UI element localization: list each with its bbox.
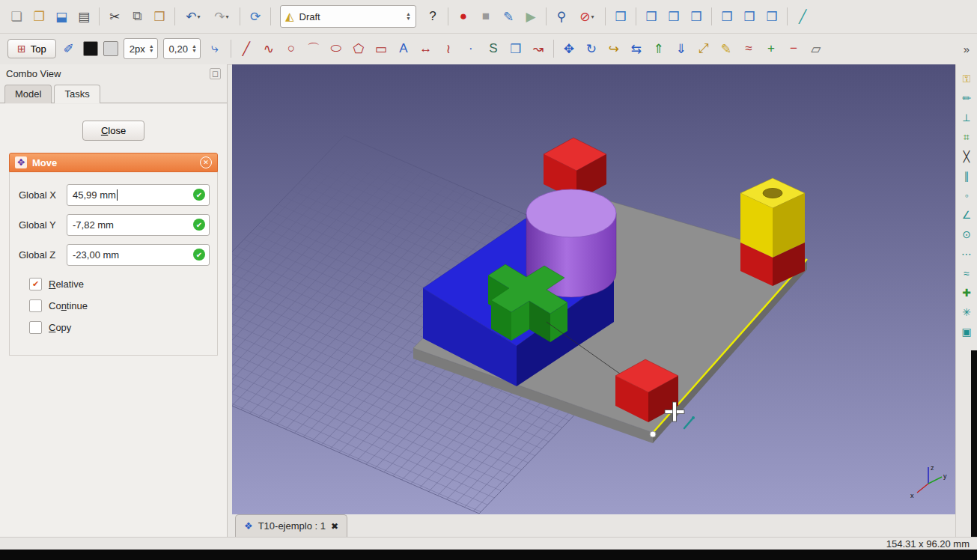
draft-wire-to-bspline-button[interactable]: ≈▾ [738,38,759,59]
line-width-spinbox[interactable]: 2px ▲▼ [124,38,158,59]
draft-offset-button[interactable]: ↪▾ [603,38,624,59]
coordinate-input[interactable]: 45,99 mm ✔ [67,184,210,206]
draft-bezier-button[interactable]: ↝▾ [528,38,549,59]
open-document-button[interactable]: ❐▾ [28,6,49,27]
spinner-arrows[interactable]: ▲▼ [149,44,154,53]
collapse-task-icon[interactable]: ✕ [200,156,212,168]
view-isometric-button[interactable]: ❒▾ [610,6,631,27]
text-scale-spinbox[interactable]: 0,20 ▲▼ [163,38,201,59]
draft-move-button[interactable]: ✥▾ [558,38,579,59]
undo-button[interactable]: ↶▾ [180,6,207,27]
draft-dimension-button[interactable]: ↔▾ [416,38,436,59]
draft-add-point-button[interactable]: +▾ [761,38,782,59]
draft-ellipse-button[interactable]: ⬭▾ [326,38,347,59]
checkbox-box[interactable]: ✔ [29,278,42,290]
draw-style-button[interactable]: ⊘▾ [573,6,600,27]
snap-intersection-button[interactable]: ╳ [958,148,975,165]
checkbox-box[interactable]: ✔ [29,299,42,312]
box-zoom-button[interactable]: ⚲▾ [551,6,572,27]
draft-tray-button[interactable]: ✐ [58,38,79,59]
redo-button[interactable]: ↷▾ [208,6,235,27]
copy-button[interactable]: ⧉▾ [127,6,147,27]
face-color-swatch[interactable] [103,41,118,56]
draft-trimex-button[interactable]: ⇆▾ [626,38,647,59]
draft-line-button[interactable]: ╱▾ [236,38,257,59]
line-color-swatch[interactable] [83,41,98,56]
view-rear-button[interactable]: ❒▾ [716,6,737,27]
toolbar-overflow-chevron[interactable]: » [964,43,970,55]
draft-downgrade-button[interactable]: ⇓▾ [671,38,692,59]
float-panel-icon[interactable]: ◻ [210,68,221,79]
snap-parallel-button[interactable]: ∥ [958,168,975,184]
relative-checkbox[interactable]: ✔ Relative [29,278,210,290]
draft-wire-button[interactable]: ∿▾ [258,38,279,59]
close-document-icon[interactable]: ✖ [331,521,338,532]
continue-checkbox[interactable]: ✔ Continue [29,299,210,312]
snap-center-button[interactable]: ⊙ [958,226,975,243]
view-bottom-button[interactable]: ❒▾ [739,6,760,27]
move-task-header[interactable]: ✥ Move ✕ [9,153,218,172]
snap-endpoint-button[interactable]: ✏ [958,90,975,106]
working-plane-button[interactable]: ⊞ Top [7,39,56,58]
dropdown-arrow-icon[interactable]: ▾ [226,13,229,20]
print-button[interactable]: ▤▾ [73,6,94,27]
workbench-selector[interactable]: ◭ Draft ▲▼ [280,5,416,28]
macro-edit-button[interactable]: ✎▾ [498,6,519,27]
snap-special-button[interactable]: ✳ [958,304,975,320]
cut-button[interactable]: ✂▾ [104,6,125,27]
macro-stop-button[interactable]: ■▾ [475,6,496,27]
draft-remove-point-button[interactable]: −▾ [783,38,804,59]
close-task-button[interactable]: Close [82,121,144,141]
checkbox-box[interactable]: ✔ [29,321,42,334]
whats-this-button[interactable]: ?▾ [422,6,443,27]
snap-near-button[interactable]: ≈ [958,265,975,281]
snap-lock-button[interactable]: ⚿ [958,70,975,87]
new-document-button[interactable]: ❏▾ [6,6,27,27]
draft-upgrade-button[interactable]: ⇑▾ [648,38,669,59]
view-front-button[interactable]: ❒▾ [641,6,662,27]
tab-model[interactable]: Model [4,85,52,103]
paste-button[interactable]: ❒▾ [149,6,170,27]
draft-text-button[interactable]: A▾ [393,38,414,59]
draft-arc-button[interactable]: ⌒▾ [303,38,324,59]
save-button[interactable]: ⬓▾ [51,6,72,27]
draft-scale-button[interactable]: ⤢▾ [693,38,714,59]
dropdown-arrow-icon[interactable]: ▾ [198,13,201,20]
refresh-button[interactable]: ⟳▾ [245,6,266,27]
draft-circle-button[interactable]: ○▾ [281,38,302,59]
draft-shapestring-button[interactable]: S▾ [483,38,504,59]
draft-point-button[interactable]: ∙▾ [460,38,481,59]
3d-viewport[interactable]: z y x [232,64,956,514]
draft-shape2dview-button[interactable]: ▱▾ [806,38,827,59]
measure-distance-button[interactable]: ╱▾ [792,6,813,27]
view-left-button[interactable]: ❒▾ [761,6,782,27]
copy-checkbox[interactable]: ✔ Copy [29,321,210,334]
coordinate-input[interactable]: -23,00 mm ✔ [67,244,210,266]
view-right-button[interactable]: ❒▾ [686,6,707,27]
document-tab[interactable]: ❖ T10-ejemplo : 1 ✖ [235,514,347,537]
draft-rotate-button[interactable]: ↻▾ [581,38,602,59]
draft-rectangle-button[interactable]: ▭▾ [371,38,392,59]
spinner-arrows[interactable]: ▲▼ [192,44,197,53]
view-top-button[interactable]: ❒▾ [663,6,684,27]
macro-play-button[interactable]: ▶▾ [520,6,541,27]
draft-bspline-button[interactable]: ≀▾ [438,38,459,59]
snap-grid-button[interactable]: ⌗ [958,129,975,145]
autogroup-button[interactable]: ⤷ [204,38,225,59]
coordinate-input[interactable]: -7,82 mm ✔ [67,214,210,236]
dropdown-arrow-icon[interactable]: ▾ [591,13,594,20]
snap-extension-button[interactable]: ⋯ [958,246,975,262]
snap-angle-button[interactable]: ∠ [958,207,975,223]
draft-polygon-button[interactable]: ⬠▾ [348,38,369,59]
snap-dimensions-button[interactable]: ▣ [958,323,975,340]
workbench-spinner-arrows[interactable]: ▲▼ [406,12,411,21]
draft-edit-button[interactable]: ✎▾ [716,38,737,59]
working-plane-icon: ⊞ [17,43,26,55]
snap-midpoint-button[interactable]: ◦ [958,187,975,204]
yellow-red-stack[interactable] [740,178,805,286]
tab-tasks[interactable]: Tasks [54,85,100,103]
draft-facebinder-button[interactable]: ❒▾ [505,38,526,59]
snap-ortho-button[interactable]: ✚ [958,284,975,301]
macro-record-button[interactable]: ●▾ [453,6,474,27]
snap-perpendicular-button[interactable]: ⟂ [958,109,975,126]
